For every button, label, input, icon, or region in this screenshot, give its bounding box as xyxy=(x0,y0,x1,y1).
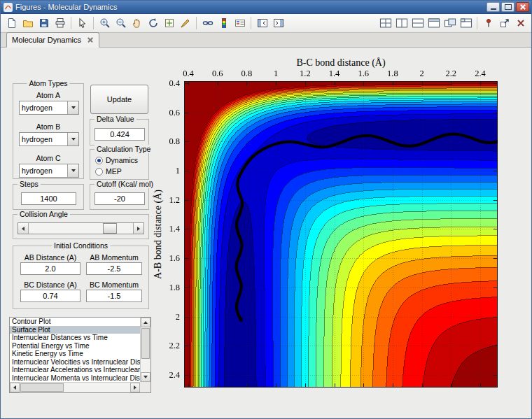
scroll-up-icon[interactable] xyxy=(141,318,150,327)
link-plot-icon[interactable] xyxy=(200,15,216,31)
dropdown-arrow-icon[interactable] xyxy=(67,164,78,177)
insert-legend-icon[interactable] xyxy=(232,15,248,31)
y-tick-label: 2.2 xyxy=(169,341,180,351)
scroll-right-icon[interactable] xyxy=(130,383,140,392)
radio-button-icon[interactable] xyxy=(95,157,103,164)
listbox-item[interactable]: Internuclear Velocities vs Internuclear … xyxy=(10,358,140,367)
maximize-button[interactable] xyxy=(501,2,514,12)
bc-distance-field[interactable] xyxy=(20,290,80,302)
vertical-scroll-thumb[interactable] xyxy=(141,328,150,359)
window-title: Figures - Molecular Dynamics xyxy=(15,3,117,11)
collision-angle-slider[interactable] xyxy=(18,222,144,234)
atom-b-dropdown[interactable]: hydrogen xyxy=(19,132,79,146)
y-tick-label: 1.2 xyxy=(169,194,180,205)
slider-right-arrow-icon[interactable] xyxy=(133,223,144,234)
cutoff-field[interactable] xyxy=(94,192,145,205)
tile-grid-icon[interactable] xyxy=(377,15,393,31)
pin-figures-icon[interactable] xyxy=(480,15,496,31)
scroll-down-icon[interactable] xyxy=(141,372,150,382)
zoom-out-icon[interactable] xyxy=(113,15,129,31)
ab-momentum-field[interactable] xyxy=(86,262,142,275)
listbox-vertical-scrollbar[interactable] xyxy=(140,318,150,382)
radio-button-icon[interactable] xyxy=(95,168,103,176)
ab-distance-field[interactable] xyxy=(20,262,80,275)
calculation-type-panel: Calculation Type Dynamics MEP xyxy=(90,149,149,180)
toolbar-separator xyxy=(477,17,477,29)
collision-angle-panel: Collision Angle xyxy=(13,214,149,239)
minimize-button[interactable] xyxy=(486,2,500,12)
close-figures-icon[interactable] xyxy=(512,15,528,31)
zoom-in-icon[interactable] xyxy=(97,15,113,31)
listbox-item[interactable]: Kinetic Energy vs Time xyxy=(10,350,140,358)
atom-b-value: hydrogen xyxy=(20,135,67,143)
listbox-items: Contour PlotSurface PlotInternuclear Dis… xyxy=(10,318,140,382)
dropdown-arrow-icon[interactable] xyxy=(67,133,78,145)
initial-conditions-panel: Initial Conditions AB Distance (A) AB Mo… xyxy=(13,246,149,309)
tile-rows-icon[interactable] xyxy=(410,15,426,31)
dropdown-arrow-icon[interactable] xyxy=(67,101,78,114)
bc-distance-label: BC Distance (A) xyxy=(20,280,80,289)
figure-app-icon xyxy=(4,3,13,12)
tab-label: Molecular Dynamics xyxy=(12,36,81,44)
brush-data-icon[interactable] xyxy=(177,15,193,31)
toolbar-left-group xyxy=(4,15,286,31)
tab-close-icon[interactable] xyxy=(87,36,94,43)
close-button[interactable] xyxy=(516,2,529,12)
tile-tabs-icon[interactable] xyxy=(458,15,474,31)
tab-molecular-dynamics[interactable]: Molecular Dynamics xyxy=(6,32,99,48)
contour-plot-canvas[interactable] xyxy=(184,81,498,388)
listbox-horizontal-scrollbar[interactable] xyxy=(10,382,140,392)
bc-momentum-field[interactable] xyxy=(86,290,142,302)
radio-dynamics[interactable]: Dynamics xyxy=(95,156,138,164)
x-tick-label: 2.4 xyxy=(475,69,486,79)
listbox-item[interactable]: Contour Plot xyxy=(10,318,140,326)
delta-value-field[interactable] xyxy=(94,128,145,141)
data-cursor-icon[interactable] xyxy=(161,15,177,31)
cutoff-title: Cutoff (Kcal/ mol) xyxy=(94,180,155,188)
bc-momentum-label: BC Momentum xyxy=(86,280,142,289)
edit-plot-icon[interactable] xyxy=(74,15,90,31)
show-plot-tools-icon[interactable] xyxy=(270,15,286,31)
hide-plot-tools-icon[interactable] xyxy=(254,15,270,31)
tab-bar: Molecular Dynamics xyxy=(1,33,531,48)
atom-c-dropdown[interactable]: hydrogen xyxy=(19,164,79,178)
horizontal-scroll-thumb[interactable] xyxy=(20,383,64,392)
scroll-left-icon[interactable] xyxy=(10,383,20,392)
plot-type-listbox[interactable]: Contour PlotSurface PlotInternuclear Dis… xyxy=(9,317,151,393)
listbox-item[interactable]: Potential Energy vs Time xyxy=(10,342,140,350)
calculation-type-title: Calculation Type xyxy=(94,145,153,153)
listbox-item[interactable]: Surface Plot xyxy=(10,326,140,334)
delta-value-panel: Delta Value xyxy=(90,119,149,145)
tile-single-icon[interactable] xyxy=(426,15,442,31)
y-tick-label: 1.6 xyxy=(169,253,180,264)
radio-mep[interactable]: MEP xyxy=(95,167,122,176)
save-figure-icon[interactable] xyxy=(36,15,52,31)
tile-float-icon[interactable] xyxy=(442,15,458,31)
steps-field[interactable] xyxy=(21,192,76,205)
titlebar[interactable]: Figures - Molecular Dynamics xyxy=(1,1,531,14)
atom-c-label: Atom C xyxy=(13,154,83,162)
update-button[interactable]: Update xyxy=(90,85,148,114)
new-figure-icon[interactable] xyxy=(4,15,20,31)
pan-icon[interactable] xyxy=(129,15,145,31)
tile-columns-icon[interactable] xyxy=(393,15,410,31)
figure-toolbar xyxy=(1,14,531,33)
collision-angle-thumb[interactable] xyxy=(103,223,117,234)
x-tick-label: 1.8 xyxy=(387,69,398,79)
listbox-item[interactable]: Internuclear Accelerations vs Internucle… xyxy=(10,366,140,374)
listbox-item[interactable]: Internuclear Distances vs Time xyxy=(10,334,140,342)
print-figure-icon[interactable] xyxy=(52,15,68,31)
insert-colorbar-icon[interactable] xyxy=(216,15,232,31)
open-file-icon[interactable] xyxy=(20,15,36,31)
y-tick-label: 0.8 xyxy=(169,136,180,147)
undock-figures-icon[interactable] xyxy=(496,15,512,31)
slider-left-arrow-icon[interactable] xyxy=(18,223,29,234)
atom-a-dropdown[interactable]: hydrogen xyxy=(19,101,79,115)
atom-types-panel: Atom Types Atom A hydrogen Atom B hydrog… xyxy=(13,83,84,179)
atom-b-label: Atom B xyxy=(13,122,83,131)
listbox-item[interactable]: Internuclear Momenta vs Internuclear Dis… xyxy=(10,374,140,383)
cutoff-panel: Cutoff (Kcal/ mol) xyxy=(90,184,149,210)
rotate-3d-icon[interactable] xyxy=(145,15,161,31)
x-axis-title: B-C bond distance (Å) xyxy=(296,57,385,69)
atom-c-value: hydrogen xyxy=(20,166,67,175)
